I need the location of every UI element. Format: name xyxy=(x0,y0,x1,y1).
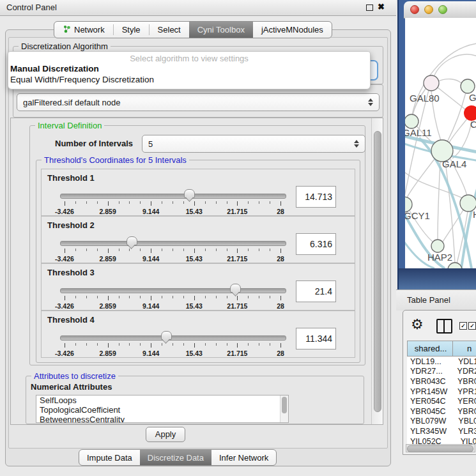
list-scrollbar[interactable] xyxy=(280,395,288,422)
threshold-label: Threshold 3 xyxy=(47,268,95,277)
traffic-light-close-icon[interactable] xyxy=(410,5,419,14)
table-cell[interactable]: YPR1 xyxy=(453,387,476,396)
network-edge[interactable] xyxy=(449,119,467,144)
network-edge[interactable] xyxy=(405,173,463,198)
tab-impute-data[interactable]: Impute Data xyxy=(79,450,140,465)
list-item-betweennesscentrality[interactable]: BetweennessCentrality xyxy=(36,415,288,423)
network-edge[interactable] xyxy=(452,121,472,158)
table-cell[interactable]: YLR345W xyxy=(407,427,454,436)
popup-item-equal-width-frequency[interactable]: Equal Width/Frequency Discretization xyxy=(10,75,154,84)
close-icon[interactable]: ✖ xyxy=(378,2,385,12)
threshold-value-field[interactable]: 11.344 xyxy=(296,328,336,349)
vertical-scrollbar[interactable] xyxy=(371,118,383,424)
slider-thumb[interactable] xyxy=(230,284,241,293)
network-edge[interactable] xyxy=(438,162,440,240)
network-edge[interactable] xyxy=(445,162,455,263)
network-edge[interactable] xyxy=(438,88,465,109)
table-row[interactable]: YBL079WYBL0 xyxy=(407,417,476,427)
network-edge[interactable] xyxy=(434,54,476,77)
data-table[interactable]: YDL19...YDL1YDR27...YDR2YBR043CYBR0YPR14… xyxy=(407,357,476,444)
threshold-value-field[interactable]: 14.713 xyxy=(296,186,336,208)
horizontal-scrollbar-thumb[interactable] xyxy=(407,445,473,452)
combo-arrows-icon[interactable] xyxy=(354,140,359,148)
tab-jactivemnodules[interactable]: jActiveMNodules xyxy=(253,22,332,38)
attributes-listbox[interactable]: SelfLoopsTopologicalCoefficientBetweenne… xyxy=(36,395,289,423)
popup-item-manual-discretization[interactable]: Manual Discretization xyxy=(10,64,99,73)
slider-thumb[interactable] xyxy=(184,189,195,198)
tab-select[interactable]: Select xyxy=(150,22,189,38)
network-node[interactable] xyxy=(448,263,462,268)
table-row[interactable]: YIL052CYIL0 xyxy=(407,436,476,444)
split-view-icon[interactable] xyxy=(436,319,452,334)
table-row[interactable]: YER054CYER0 xyxy=(407,396,476,406)
popup-placeholder: Select algorithm to view settings xyxy=(8,54,370,63)
slider-tick xyxy=(75,296,76,298)
tab-infer-network[interactable]: Infer Network xyxy=(211,450,276,465)
combo-arrows-icon[interactable] xyxy=(368,98,373,106)
column-header-shared-name[interactable]: shared... xyxy=(407,341,453,357)
tab-network[interactable]: Network xyxy=(54,22,113,38)
float-window-icon[interactable] xyxy=(366,4,373,11)
threshold-value-field[interactable]: 21.4 xyxy=(296,280,336,302)
slider-track[interactable] xyxy=(60,194,286,199)
threshold-slider[interactable]: -3.4262.8599.14415.4321.71528 xyxy=(60,286,285,310)
network-node-hap2[interactable] xyxy=(431,240,444,252)
list-item-topologicalcoefficient[interactable]: TopologicalCoefficient xyxy=(36,405,288,415)
list-item-selfloops[interactable]: SelfLoops xyxy=(36,395,288,405)
table-row[interactable]: YBR045CYBR0 xyxy=(407,406,476,417)
table-cell[interactable]: YBL079W xyxy=(407,417,454,426)
slider-thumb[interactable] xyxy=(161,331,172,340)
checkbox-icon[interactable]: ✓ xyxy=(468,322,476,330)
table-cell[interactable]: YDL19... xyxy=(407,357,454,366)
table-cell[interactable]: YIL052C xyxy=(407,437,456,444)
table-cell[interactable]: YIL0 xyxy=(456,437,476,444)
number-of-intervals-combo[interactable]: 5 xyxy=(142,135,365,153)
horizontal-scrollbar[interactable] xyxy=(406,444,475,452)
network-node-ga[interactable] xyxy=(461,79,475,93)
column-header-name[interactable]: n xyxy=(453,341,476,357)
vertical-scrollbar-thumb[interactable] xyxy=(374,131,381,412)
traffic-light-zoom-icon[interactable] xyxy=(438,5,447,14)
table-cell[interactable]: YDR2 xyxy=(453,367,476,376)
checkbox-icon[interactable]: ✓ xyxy=(459,322,467,330)
table-row[interactable]: YBR043CYBR0 xyxy=(407,376,476,387)
table-cell[interactable]: YBR0 xyxy=(453,407,476,416)
table-cell[interactable]: YBR0 xyxy=(453,377,476,386)
traffic-light-minimize-icon[interactable] xyxy=(424,5,433,14)
slider-track[interactable] xyxy=(60,241,286,246)
table-cell[interactable]: YDL1 xyxy=(454,357,476,366)
table-cell[interactable]: YLR3 xyxy=(454,427,476,436)
slider-thumb[interactable] xyxy=(127,236,137,245)
table-row[interactable]: YLR345WYLR3 xyxy=(407,426,476,436)
gear-icon[interactable]: ⚙ xyxy=(411,316,424,334)
table-cell[interactable]: YBR043C xyxy=(407,377,453,386)
table-row[interactable]: YPR145WYPR1 xyxy=(407,387,476,397)
threshold-slider[interactable]: -3.4262.8599.14415.4321.71528 xyxy=(60,333,285,357)
threshold-value-field[interactable]: 6.316 xyxy=(296,233,336,255)
tab-discretize-data[interactable]: Discretize Data xyxy=(140,450,211,465)
network-node-gal11[interactable] xyxy=(405,114,418,128)
table-row[interactable]: YDR27...YDR2 xyxy=(407,367,476,377)
tab-style[interactable]: Style xyxy=(114,22,149,38)
network-canvas[interactable]: GAL80GACGAL11GAL4GCY1HHAP2 xyxy=(405,18,476,268)
threshold-slider[interactable]: -3.4262.8599.14415.4321.71528 xyxy=(60,191,285,215)
table-data-combo[interactable]: galFiltered.sif default node xyxy=(17,93,380,111)
threshold-slider[interactable]: -3.4262.8599.14415.4321.71528 xyxy=(60,238,285,263)
table-cell[interactable]: YPR145W xyxy=(407,387,453,396)
slider-tick xyxy=(162,201,162,204)
table-cell[interactable]: YBL0 xyxy=(454,417,476,426)
tab-label: Style xyxy=(122,25,141,35)
table-cell[interactable]: YER054C xyxy=(407,397,453,406)
apply-button[interactable]: Apply xyxy=(146,427,185,442)
network-node-gal80[interactable] xyxy=(424,75,439,91)
table-cell[interactable]: YDR27... xyxy=(407,367,453,376)
network-edge[interactable] xyxy=(437,79,461,83)
table-cell[interactable]: YER0 xyxy=(453,397,476,406)
network-edge[interactable] xyxy=(447,93,466,142)
slider-track[interactable] xyxy=(60,288,286,293)
table-cell[interactable]: YBR045C xyxy=(407,407,453,416)
list-scrollbar-thumb[interactable] xyxy=(282,397,287,413)
slider-track[interactable] xyxy=(60,335,286,341)
table-row[interactable]: YDL19...YDL1 xyxy=(407,357,476,367)
tab-cyni-toolbox[interactable]: Cyni Toolbox xyxy=(189,22,253,38)
